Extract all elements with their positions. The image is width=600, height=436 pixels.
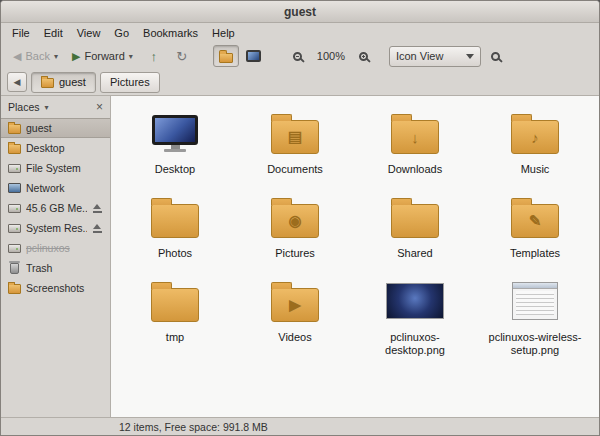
eject-icon[interactable] — [92, 223, 103, 233]
folder-icon — [151, 288, 199, 322]
file-tmp[interactable]: tmp — [115, 274, 235, 357]
sidebar-item-system-res-[interactable]: System Res... — [1, 218, 110, 238]
sidebar-header: Places ▾ × — [1, 96, 110, 118]
menu-go[interactable]: Go — [107, 25, 136, 41]
home-folder-icon — [219, 53, 233, 63]
file-documents[interactable]: ▤Documents — [235, 106, 355, 176]
zoom-in-icon — [359, 52, 368, 61]
monitor-icon — [149, 115, 201, 152]
up-icon: ↑ — [151, 50, 158, 63]
sidebar-list: guestDesktopFile SystemNetwork45.6 GB Me… — [1, 118, 110, 298]
sidebar-item-45-6-gb-me-[interactable]: 45.6 GB Me... — [1, 198, 110, 218]
file-shared[interactable]: Shared — [355, 190, 475, 260]
view-mode-select[interactable]: Icon View — [389, 46, 481, 67]
sidebar-places: Places ▾ × guestDesktopFile SystemNetwor… — [1, 96, 111, 417]
file-music[interactable]: ♪Music — [475, 106, 595, 176]
file-manager-window: guest FileEditViewGoBookmarksHelp ◀ Back… — [0, 0, 600, 436]
file-view[interactable]: Desktop▤Documents↓Downloads♪MusicPhotos◉… — [111, 96, 599, 417]
sidebar-item-label: Desktop — [26, 142, 103, 154]
refresh-button[interactable]: ↻ — [169, 45, 195, 67]
sidebar-item-desktop[interactable]: Desktop — [1, 138, 110, 158]
file-name: pclinuxos-desktop.png — [363, 331, 467, 357]
drive-icon — [8, 224, 21, 233]
desktop-button[interactable] — [241, 45, 267, 67]
sidebar-item-label: 45.6 GB Me... — [26, 202, 87, 214]
eject-icon[interactable] — [92, 203, 103, 213]
file-name: tmp — [166, 331, 184, 344]
file-videos[interactable]: ▶Videos — [235, 274, 355, 357]
file-icon-cell — [391, 190, 439, 244]
file-grid: Desktop▤Documents↓Downloads♪MusicPhotos◉… — [111, 96, 599, 357]
sidebar-item-label: File System — [26, 162, 103, 174]
forward-dropdown-icon[interactable]: ▾ — [129, 52, 133, 61]
folder-emblem-icon: ✎ — [512, 205, 558, 237]
image-thumbnail — [512, 282, 558, 320]
file-desktop[interactable]: Desktop — [115, 106, 235, 176]
file-icon-cell: ♪ — [511, 106, 559, 160]
home-button[interactable] — [213, 45, 239, 67]
file-icon-cell — [151, 190, 199, 244]
path-button-pictures[interactable]: Pictures — [100, 72, 160, 93]
sidebar-close-icon[interactable]: × — [96, 100, 103, 114]
titlebar[interactable]: guest — [1, 1, 599, 23]
folder-icon — [8, 124, 21, 134]
file-pclinuxos-desktop-png[interactable]: pclinuxos-desktop.png — [355, 274, 475, 357]
file-name: Desktop — [155, 163, 195, 176]
sidebar-item-network[interactable]: Network — [1, 178, 110, 198]
menu-view[interactable]: View — [70, 25, 108, 41]
file-pictures[interactable]: ◉Pictures — [235, 190, 355, 260]
search-icon — [491, 52, 500, 61]
file-name: pclinuxos-wireless-setup.png — [483, 331, 587, 357]
search-button[interactable] — [483, 45, 509, 67]
sidebar-title: Places — [8, 101, 40, 113]
folder-icon — [8, 144, 21, 154]
drive-icon — [8, 244, 21, 253]
folder-icon: ◉ — [271, 204, 319, 238]
zoom-out-button[interactable] — [285, 45, 311, 67]
refresh-icon: ↻ — [176, 50, 187, 63]
menu-file[interactable]: File — [5, 25, 37, 41]
back-dropdown-icon[interactable]: ▾ — [54, 52, 58, 61]
zoom-level: 100% — [313, 50, 349, 62]
sidebar-item-screenshots[interactable]: Screenshots — [1, 278, 110, 298]
file-icon-cell: ↓ — [391, 106, 439, 160]
file-templates[interactable]: ✎Templates — [475, 190, 595, 260]
back-label: Back — [25, 50, 49, 62]
file-downloads[interactable]: ↓Downloads — [355, 106, 475, 176]
file-pclinuxos-wireless-setup-png[interactable]: pclinuxos-wireless-setup.png — [475, 274, 595, 357]
menu-help[interactable]: Help — [205, 25, 242, 41]
pathbar: ◀ guest Pictures — [1, 69, 599, 95]
menu-edit[interactable]: Edit — [37, 25, 70, 41]
toolbar: ◀ Back ▾ ▶ Forward ▾ ↑ ↻ 100% — [1, 43, 599, 69]
drive-icon — [8, 204, 21, 213]
sidebar-item-guest[interactable]: guest — [1, 118, 110, 138]
file-name: Templates — [510, 247, 560, 260]
menu-bookmarks[interactable]: Bookmarks — [136, 25, 205, 41]
sidebar-item-file-system[interactable]: File System — [1, 158, 110, 178]
file-photos[interactable]: Photos — [115, 190, 235, 260]
places-dropdown-icon[interactable]: ▾ — [45, 103, 49, 112]
path-button-guest[interactable]: guest — [31, 72, 96, 93]
file-icon-cell — [512, 274, 558, 328]
folder-emblem-icon: ◉ — [272, 205, 318, 237]
back-icon: ◀ — [13, 51, 21, 62]
path-scroll-back-button[interactable]: ◀ — [7, 72, 27, 92]
sidebar-item-pclinuxos[interactable]: pclinuxos — [1, 238, 110, 258]
up-button[interactable]: ↑ — [141, 45, 167, 67]
folder-icon — [41, 78, 54, 88]
window-title: guest — [284, 5, 316, 19]
zoom-out-icon — [293, 52, 302, 61]
file-name: Downloads — [388, 163, 442, 176]
forward-button[interactable]: ▶ Forward ▾ — [66, 45, 139, 67]
sidebar-item-trash[interactable]: Trash — [1, 258, 110, 278]
file-icon-cell: ▶ — [271, 274, 319, 328]
status-text: 12 items, Free space: 991.8 MB — [119, 421, 268, 433]
path-button-label: guest — [59, 76, 86, 88]
folder-emblem-icon — [392, 205, 438, 237]
back-button[interactable]: ◀ Back ▾ — [7, 45, 64, 67]
folder-icon: ▤ — [271, 120, 319, 154]
sidebar-item-label: Screenshots — [26, 282, 103, 294]
statusbar: 12 items, Free space: 991.8 MB — [1, 417, 599, 435]
zoom-in-button[interactable] — [351, 45, 377, 67]
folder-icon — [8, 284, 21, 294]
